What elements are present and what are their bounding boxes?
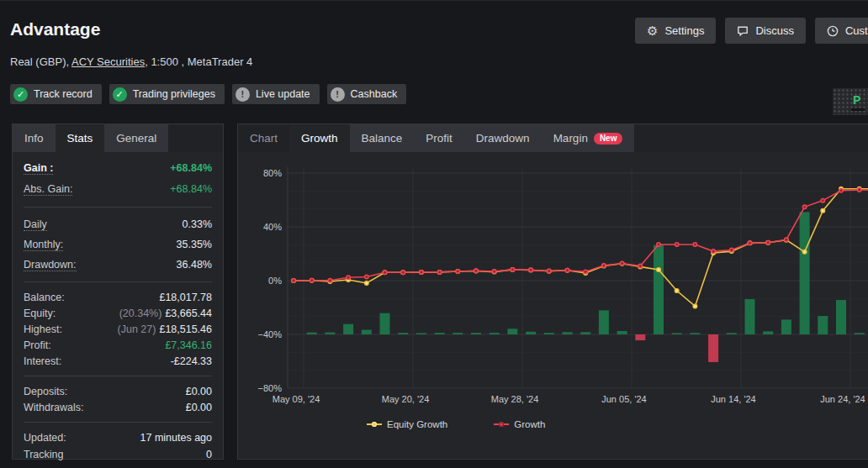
account-type: Real (GBP), — [10, 55, 71, 68]
stat-row-highest: Highest:(Jun 27)£18,515.46 — [24, 321, 212, 337]
status-badge-trading-privileges[interactable]: ✓Trading privileges — [109, 84, 225, 104]
tab-label: Drawdown — [476, 132, 530, 145]
badge-label: Cashback — [351, 88, 398, 100]
check-icon: ✓ — [13, 87, 28, 102]
stat-label: Tracking — [24, 449, 63, 460]
legend-label: Growth — [514, 419, 545, 429]
stat-label: Deposits: — [24, 386, 67, 397]
stats-sidebar-panel: InfoStatsGeneral Gain :+68.84%Abs. Gain:… — [12, 124, 224, 460]
tab-label: Growth — [301, 132, 338, 145]
stat-value: -£224.33 — [171, 355, 212, 367]
stat-label: Daily — [24, 218, 47, 231]
exclamation-icon: ! — [331, 87, 345, 102]
stat-row-drawdown: Drawdown:36.48% — [24, 255, 212, 275]
stat-row-balance: Balance:£18,017.78 — [24, 289, 212, 305]
stat-label: Balance: — [24, 292, 65, 303]
stat-value: 0 — [206, 449, 212, 460]
page-title: Advantage — [10, 19, 100, 39]
stat-value: (20.34%)£3,665.44 — [119, 308, 212, 319]
stat-value-note: (20.34%) — [119, 308, 162, 319]
svg-text:80%: 80% — [263, 168, 282, 178]
status-badge-cashback[interactable]: !Cashback — [327, 84, 407, 104]
badge-label: Live update — [256, 88, 310, 100]
stat-value: 36.48% — [177, 259, 212, 271]
custom-a-button[interactable]: Custom A — [815, 18, 868, 44]
section-divider — [24, 376, 212, 376]
check-icon: ✓ — [113, 87, 127, 102]
badge-label: Trading privileges — [133, 88, 215, 100]
chart-panel: ChartGrowthBalanceProfitDrawdownMarginNe… — [237, 124, 868, 460]
equity-growth-legend-icon — [367, 421, 382, 428]
account-subtitle: Real (GBP), ACY Securities, 1:500 , Meta… — [10, 55, 252, 68]
stat-value: +68.84% — [170, 162, 212, 174]
legend-label: Equity Growth — [387, 419, 447, 429]
chart-tab-growth[interactable]: Growth — [289, 124, 350, 152]
svg-text:−40%: −40% — [258, 329, 283, 339]
stat-row-tracking: Tracking0 — [24, 446, 212, 463]
stat-label: Profit: — [24, 339, 51, 351]
stat-row-abs-gain: Abs. Gain:+68.84% — [24, 179, 212, 200]
svg-text:0%: 0% — [268, 276, 282, 286]
stat-value: £0.00 — [186, 402, 212, 413]
tab-label: Info — [24, 132, 44, 145]
stat-row-daily: Daily0.33% — [24, 214, 212, 234]
stat-row-updated: Updated:17 minutes ago — [24, 429, 212, 446]
chart-tabbar: ChartGrowthBalanceProfitDrawdownMarginNe… — [238, 124, 868, 152]
discuss-button[interactable]: Discuss — [725, 18, 806, 44]
sidebar-tab-stats[interactable]: Stats — [56, 124, 105, 152]
chart-tab-balance[interactable]: Balance — [350, 124, 415, 152]
status-badge-track-record[interactable]: ✓Track record — [10, 84, 102, 104]
chart-tab-chart[interactable]: Chart — [238, 124, 289, 152]
gear-icon: ⚙ — [647, 24, 658, 37]
button-label: Settings — [664, 24, 704, 37]
status-badge-row: ✓Track record✓Trading privileges!Live up… — [10, 84, 406, 104]
stat-value: £0.00 — [186, 386, 212, 397]
account-details: , 1:500 , MetaTrader 4 — [145, 55, 252, 68]
chart-tab-profit[interactable]: Profit — [414, 124, 464, 152]
stat-value-note: (Jun 27) — [118, 323, 156, 335]
svg-text:May 09, '24: May 09, '24 — [273, 394, 320, 404]
clock-icon — [827, 25, 839, 37]
header-buttons: ⚙SettingsDiscussCustom A — [635, 18, 868, 44]
stat-label: Drawdown: — [24, 259, 77, 271]
status-badge-live-update[interactable]: !Live update — [232, 84, 320, 104]
stats-rows: Gain :+68.84%Abs. Gain:+68.84%Daily0.33%… — [13, 152, 223, 463]
mystery-widget: P — [833, 88, 868, 115]
stat-label: Abs. Gain: — [24, 183, 72, 196]
chart-tab-margin[interactable]: MarginNew — [542, 124, 635, 152]
stat-value: 17 minutes ago — [140, 432, 212, 444]
svg-text:May 20, '24: May 20, '24 — [382, 394, 430, 404]
legend-growth[interactable]: Growth — [494, 419, 545, 429]
svg-text:40%: 40% — [263, 222, 282, 232]
stat-value: 35.35% — [177, 239, 212, 250]
stat-row-withdrawals: Withdrawals:£0.00 — [24, 399, 212, 415]
growth-legend-icon — [494, 421, 509, 428]
growth-chart[interactable]: 80%40%0%−40%−80%May 09, '24May 20, '24Ma… — [238, 154, 868, 406]
svg-text:Jun 05, '24: Jun 05, '24 — [601, 394, 646, 404]
stat-row-deposits: Deposits:£0.00 — [24, 383, 212, 399]
exclamation-icon: ! — [236, 87, 250, 102]
chart-legend: Equity Growth Growth — [367, 419, 545, 429]
section-divider — [24, 422, 212, 423]
svg-text:Jun 24, '24: Jun 24, '24 — [820, 394, 865, 404]
tab-label: Profit — [426, 132, 453, 145]
discuss-icon — [737, 25, 749, 37]
settings-button[interactable]: ⚙Settings — [635, 18, 716, 44]
sidebar-tabbar: InfoStatsGeneral — [13, 124, 223, 152]
sidebar-tab-general[interactable]: General — [104, 124, 168, 152]
stat-label: Equity: — [24, 308, 56, 319]
chart-tab-drawdown[interactable]: Drawdown — [464, 124, 542, 152]
stat-row-equity: Equity:(20.34%)£3,665.44 — [24, 305, 212, 321]
stat-label: Monthly: — [24, 239, 63, 251]
stat-label: Gain : — [24, 162, 53, 175]
tab-label: General — [116, 132, 156, 145]
section-divider — [24, 281, 212, 282]
broker-link[interactable]: ACY Securities — [71, 55, 145, 68]
tab-label: Chart — [250, 132, 278, 145]
button-label: Discuss — [755, 24, 794, 37]
legend-equity-growth[interactable]: Equity Growth — [367, 419, 447, 429]
stat-value: £18,017.78 — [159, 292, 212, 303]
sidebar-tab-info[interactable]: Info — [13, 124, 56, 152]
stat-label: Updated: — [24, 432, 66, 444]
tab-label: Stats — [67, 132, 93, 145]
